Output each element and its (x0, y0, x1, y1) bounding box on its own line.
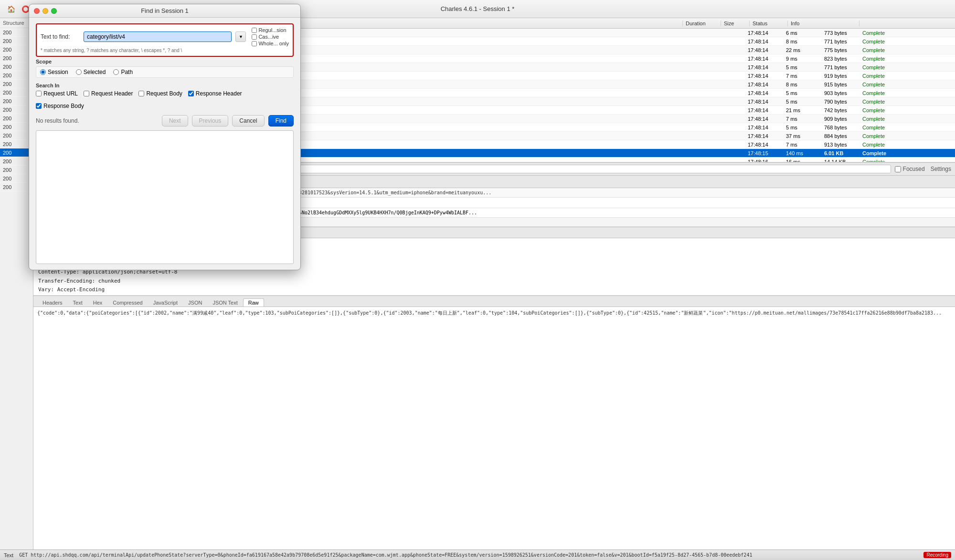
results-area (36, 130, 294, 264)
no-results-text: No results found. (36, 117, 158, 124)
cancel-button[interactable]: Cancel (232, 115, 264, 127)
search-request-body[interactable]: Request Body (138, 90, 182, 97)
resp-tab-headers[interactable]: Headers (37, 298, 68, 306)
header-status: Status (750, 21, 788, 26)
search-request-url[interactable]: Request URL (36, 90, 78, 97)
status-bar: Text GET http://api.shdqq.com/api/termin… (0, 549, 955, 560)
text-to-find-row: Text to find: ▼ Regul...sion Cas...ive (41, 27, 289, 46)
regex-label: Regul...sion (258, 27, 286, 33)
text-to-find-label: Text to find: (41, 33, 80, 40)
regex-checkbox[interactable] (252, 28, 257, 33)
response-header-checkbox[interactable] (188, 91, 194, 96)
request-body-checkbox[interactable] (138, 91, 144, 96)
sidebar-code-3: 200 (0, 45, 33, 54)
focused-checkbox[interactable] (895, 166, 901, 172)
request-url-checkbox[interactable] (36, 91, 42, 96)
sidebar-code-12: 200 (0, 123, 33, 131)
header-duration: Duration (683, 21, 721, 26)
sidebar-code-14: 200 (0, 140, 33, 148)
next-button[interactable]: Next (162, 115, 188, 127)
structure-label[interactable]: Structure (0, 18, 33, 28)
whole-option[interactable]: Whole... only (252, 41, 289, 46)
search-response-body[interactable]: Response Body (36, 103, 84, 109)
find-dialog: Find in Session 1 Text to find: ▼ Regul.… (29, 4, 301, 270)
resp-tab-javascript[interactable]: JavaScript (148, 298, 183, 306)
sidebar-code-15[interactable]: 200 (0, 148, 33, 157)
resp-tab-hex[interactable]: Hex (88, 298, 108, 306)
scope-section: Scope Session Selected Path (36, 59, 294, 78)
dialog-buttons-row: No results found. Next Previous Cancel F… (36, 115, 294, 127)
traffic-lights (34, 8, 57, 14)
search-in-section: Search In Request URL Request Header Req… (36, 83, 294, 109)
header-line-5: Transfer-Encoding: chunked (38, 277, 950, 286)
find-options: Regul...sion Cas...ive Whole... only (252, 27, 289, 46)
request-header-label: Request Header (91, 90, 133, 97)
case-checkbox[interactable] (252, 34, 257, 40)
sidebar-code-1: 200 (0, 28, 33, 37)
dialog-body: Text to find: ▼ Regul...sion Cas...ive (29, 18, 300, 270)
sidebar-code-5: 200 (0, 63, 33, 71)
sidebar-code-2: 200 (0, 37, 33, 45)
sidebar-code-9: 200 (0, 97, 33, 106)
header-size: Size (721, 21, 750, 26)
regex-option[interactable]: Regul...sion (252, 27, 289, 33)
settings-button[interactable]: Settings (931, 166, 951, 172)
find-button[interactable]: Find (268, 115, 294, 127)
header-info: Info (788, 21, 860, 26)
sidebar-code-18: 200 (0, 174, 33, 183)
sidebar-code-16: 200 (0, 157, 33, 166)
text-to-find-input[interactable] (84, 32, 232, 42)
find-dropdown-button[interactable]: ▼ (235, 32, 246, 42)
resp-tab-json[interactable]: JSON (183, 298, 207, 306)
scope-label: Scope (36, 59, 294, 64)
status-url: GET http://api.shdqq.com/api/terminalApi… (19, 552, 918, 558)
text-label: Text (4, 552, 13, 558)
scope-path-label: Path (121, 69, 133, 75)
scope-radio-group: Session Selected Path (36, 66, 294, 78)
sidebar-code-8: 200 (0, 88, 33, 97)
header-line-6: Vary: Accept-Encoding (38, 285, 950, 295)
scope-selected-label: Selected (84, 69, 106, 75)
sidebar-code-4: 200 (0, 54, 33, 63)
close-button[interactable] (34, 8, 40, 14)
status-bar-right: Recording (923, 552, 951, 558)
minimize-button[interactable] (42, 8, 48, 14)
scope-selected-option[interactable]: Selected (76, 69, 106, 75)
sidebar-code-11: 200 (0, 114, 33, 123)
scope-path-radio[interactable] (113, 69, 119, 75)
sidebar-code-10: 200 (0, 106, 33, 114)
case-option[interactable]: Cas...ive (252, 34, 289, 40)
resp-tab-compressed[interactable]: Compressed (107, 298, 148, 306)
scope-selected-radio[interactable] (76, 69, 82, 75)
resp-tab-jsontext[interactable]: JSON Text (207, 298, 243, 306)
search-in-label: Search In (36, 83, 294, 88)
response-body-checkbox[interactable] (36, 103, 42, 109)
whole-checkbox[interactable] (252, 41, 257, 46)
request-url-label: Request URL (43, 90, 78, 97)
scope-session-option[interactable]: Session (40, 69, 68, 75)
response-header-label: Response Header (196, 90, 242, 97)
recording-badge: Recording (923, 552, 951, 558)
window-title: Charles 4.6.1 - Session 1 * (441, 5, 515, 12)
dialog-title-bar: Find in Session 1 (29, 4, 300, 18)
response-body-label: Response Body (43, 103, 84, 109)
response-tabs: Headers Text Hex Compressed JavaScript J… (33, 296, 955, 307)
response-body-content: {"code":0,"data":{"poiCategories":[{"id"… (33, 307, 955, 549)
search-response-header[interactable]: Response Header (188, 90, 242, 97)
hint-text: * matches any string, ? matches any char… (41, 48, 289, 53)
request-header-checkbox[interactable] (84, 91, 89, 96)
resp-tab-text[interactable]: Text (68, 298, 88, 306)
case-label: Cas...ive (258, 34, 279, 40)
scope-session-label: Session (48, 69, 68, 75)
resp-tab-raw[interactable]: Raw (243, 298, 264, 306)
house-icon[interactable]: 🏠 (6, 4, 16, 14)
scope-session-radio[interactable] (40, 69, 46, 75)
scope-path-option[interactable]: Path (113, 69, 133, 75)
text-to-find-container: Text to find: ▼ Regul...sion Cas...ive (36, 23, 294, 57)
search-request-header[interactable]: Request Header (84, 90, 133, 97)
request-body-label: Request Body (146, 90, 182, 97)
sidebar-code-17: 200 (0, 166, 33, 174)
maximize-button[interactable] (51, 8, 57, 14)
search-in-options: Request URL Request Header Request Body … (36, 90, 294, 109)
previous-button[interactable]: Previous (192, 115, 229, 127)
